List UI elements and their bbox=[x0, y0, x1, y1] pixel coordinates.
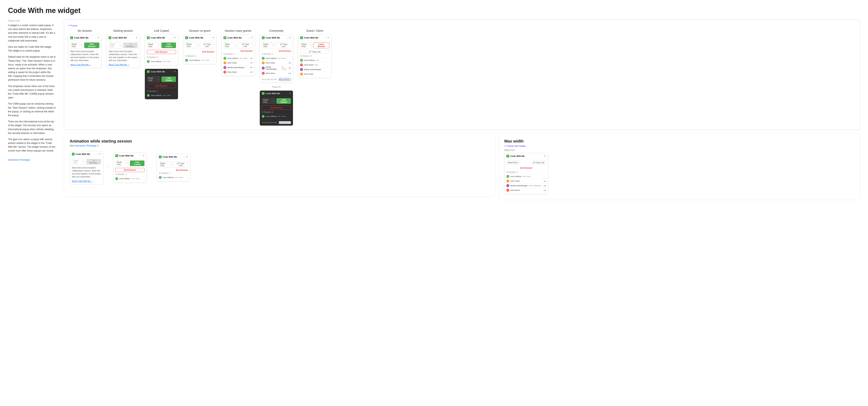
brand-label: C Code With Me bbox=[300, 36, 318, 39]
permission-dropdown[interactable]: Read-Only ▾ bbox=[147, 42, 160, 48]
shield-icon[interactable]: ○ bbox=[324, 36, 326, 39]
chevron-right-icon[interactable]: › bbox=[214, 59, 214, 61]
end-session-button[interactable]: End Session bbox=[147, 50, 176, 54]
guest-client-col: Guest / Client C Code With Me ○ ⚙ bbox=[298, 29, 332, 78]
end-session-button[interactable]: End Session bbox=[223, 50, 253, 52]
buy-licence-button[interactable]: Buy Licence... bbox=[279, 78, 291, 81]
end-session-button[interactable]: End Session bbox=[520, 167, 532, 169]
permission-dropdown[interactable]: Read-Only ▾ bbox=[223, 42, 237, 48]
community-widget-light: C Code With Me ○ ⚙ bbox=[259, 35, 293, 83]
leave-session-button[interactable]: Leave Session bbox=[313, 42, 329, 48]
session-count: In Session: 1 bbox=[147, 90, 176, 92]
session-count: In Session: 1 bbox=[223, 53, 253, 55]
gear-icon[interactable]: ⚙ bbox=[212, 36, 214, 39]
end-session-button[interactable]: End Session bbox=[115, 168, 145, 172]
permission-dropdown[interactable]: Read-Only ▾ bbox=[72, 159, 85, 165]
shield-icon[interactable]: ○ bbox=[95, 36, 96, 39]
interactive-prototype-link[interactable]: Interactive Prototype bbox=[8, 158, 30, 161]
gear-icon[interactable]: ⚙ bbox=[251, 36, 253, 39]
gear-icon[interactable]: ⚙ bbox=[99, 153, 101, 155]
right-panel: Popup No Session C Code With Me bbox=[64, 20, 860, 200]
arrow-right-icon-2: → bbox=[150, 165, 153, 170]
user-role: You / Host bbox=[239, 57, 247, 59]
shield-icon[interactable]: ○ bbox=[96, 153, 98, 155]
shield-icon[interactable]: ○ bbox=[541, 155, 543, 157]
widget-icons: ○ ⚙ bbox=[324, 36, 329, 39]
copy-link-button[interactable]: 🔗 Copy Link bbox=[300, 50, 329, 54]
user-name: John Foster bbox=[266, 62, 275, 64]
copy-link-button[interactable]: 🔗 Copy Link bbox=[199, 42, 214, 48]
copy-link-button[interactable]: 🔗 Copy Link bbox=[173, 161, 188, 167]
permission-dropdown[interactable]: Read-Only ▾ bbox=[108, 42, 122, 48]
copy-link-button[interactable]: 🔗 Copy Link bbox=[238, 42, 253, 48]
copy-link-button[interactable]: 🔗 Copy Link bbox=[531, 161, 546, 164]
user-name: Anna Volkova bbox=[227, 57, 238, 59]
shield-icon[interactable]: ○ bbox=[286, 92, 288, 95]
gear-icon[interactable]: ⚙ bbox=[544, 155, 546, 157]
brand-label: C Code With Me bbox=[185, 36, 204, 39]
shield-icon[interactable]: ○ bbox=[248, 36, 249, 39]
gear-icon[interactable]: ⚙ bbox=[174, 70, 176, 73]
gear-icon[interactable]: ⚙ bbox=[289, 36, 291, 39]
shield-icon[interactable]: ○ bbox=[210, 36, 211, 39]
gear-icon[interactable]: ⚙ bbox=[186, 156, 188, 158]
state-columns: No Session C Code With Me ○ ⚙ bbox=[68, 29, 856, 126]
gear-icon[interactable]: ⚙ bbox=[289, 92, 291, 95]
about-link[interactable]: About Code With Me → bbox=[72, 180, 93, 182]
brand-icon: C bbox=[223, 36, 226, 39]
shield-icon[interactable]: ○ bbox=[172, 70, 173, 73]
permission-dropdown[interactable]: Read-Only ▾ bbox=[262, 98, 275, 104]
description-text: Start end-to-end encrypted collaboration… bbox=[72, 166, 101, 178]
animation-section-subtitle: See Interactive Prototype 2 bbox=[70, 144, 490, 147]
user-name: Wendy Katzenbergen bbox=[304, 68, 321, 70]
gear-icon[interactable]: ⚙ bbox=[174, 36, 176, 39]
session-no-guest-label: Session no guest bbox=[189, 29, 210, 32]
end-session-button[interactable]: End Session bbox=[185, 51, 214, 53]
gear-icon[interactable]: ⚙ bbox=[143, 154, 145, 157]
end-session-button[interactable]: End Session bbox=[262, 105, 291, 110]
user-avatar: Al bbox=[262, 72, 265, 75]
chevron-right-icon[interactable]: › bbox=[176, 94, 176, 96]
user-role: You're following bbox=[529, 185, 541, 187]
about-link[interactable]: About Code With Me → bbox=[70, 64, 91, 66]
permission-dropdown[interactable]: Read-Only ▾ bbox=[506, 161, 520, 164]
end-session-button[interactable]: End Session bbox=[147, 84, 176, 88]
end-session-button[interactable]: End Session bbox=[262, 50, 291, 52]
permission-dropdown[interactable]: Read-Only ▾ bbox=[70, 42, 83, 48]
gear-icon[interactable]: ⚙ bbox=[136, 36, 138, 39]
user-avatar: A bbox=[185, 59, 188, 62]
user-name: Wendy Katzenbergen bbox=[266, 66, 280, 70]
session-many-guests-label: Session many guests bbox=[225, 29, 251, 32]
start-session-button[interactable]: Start Session bbox=[84, 42, 99, 48]
brand-icon: C bbox=[300, 36, 303, 39]
gear-icon[interactable]: ⚙ bbox=[327, 36, 329, 39]
gear-icon[interactable]: ⚙ bbox=[97, 36, 99, 39]
shield-icon[interactable]: ○ bbox=[133, 36, 134, 39]
widget-icons: ○ ⚙ bbox=[541, 155, 546, 157]
shield-icon[interactable]: ○ bbox=[183, 156, 185, 158]
permission-dropdown[interactable]: Read-Only ▾ bbox=[262, 42, 275, 48]
permission-dropdown[interactable]: Read-Only ▾ bbox=[159, 161, 172, 167]
buy-licence-dark-button[interactable]: Buy Licence... bbox=[279, 121, 291, 124]
copy-link-button[interactable]: 🔗 Copy Link bbox=[276, 42, 291, 48]
shield-icon[interactable]: ○ bbox=[286, 36, 288, 39]
about-link[interactable]: About Code With Me → bbox=[108, 64, 129, 66]
chevron-right-icon[interactable]: › bbox=[176, 60, 176, 62]
permission-dropdown[interactable]: Read-Only ▾ bbox=[115, 160, 129, 166]
link-copied-button[interactable]: Link Copied bbox=[276, 98, 291, 104]
permission-dropdown[interactable]: Read-Only ▾ bbox=[147, 76, 160, 82]
end-session-button[interactable]: End Session bbox=[159, 169, 188, 171]
link-copied-button[interactable]: Link Copied bbox=[130, 160, 145, 166]
link-copied-button[interactable]: Link Copied bbox=[161, 42, 176, 48]
states-frame: Popup No Session C Code With Me bbox=[64, 20, 860, 130]
shield-icon[interactable]: ○ bbox=[140, 154, 141, 157]
user-role: Host bbox=[314, 64, 318, 66]
permission-dropdown[interactable]: Read-Only ▾ bbox=[300, 42, 312, 48]
permission-dropdown[interactable]: Read-Only ▾ bbox=[185, 42, 198, 48]
interactive-prototype-2-link[interactable]: Interactive Prototype 2 bbox=[74, 144, 99, 147]
shield-icon[interactable]: ○ bbox=[172, 36, 173, 39]
link-copied-button[interactable]: Link Copied bbox=[161, 76, 176, 82]
user-avatar: A bbox=[115, 177, 118, 180]
session-count: In Session: 1 bbox=[506, 171, 546, 173]
user-name: Anna Volkova bbox=[304, 59, 315, 61]
